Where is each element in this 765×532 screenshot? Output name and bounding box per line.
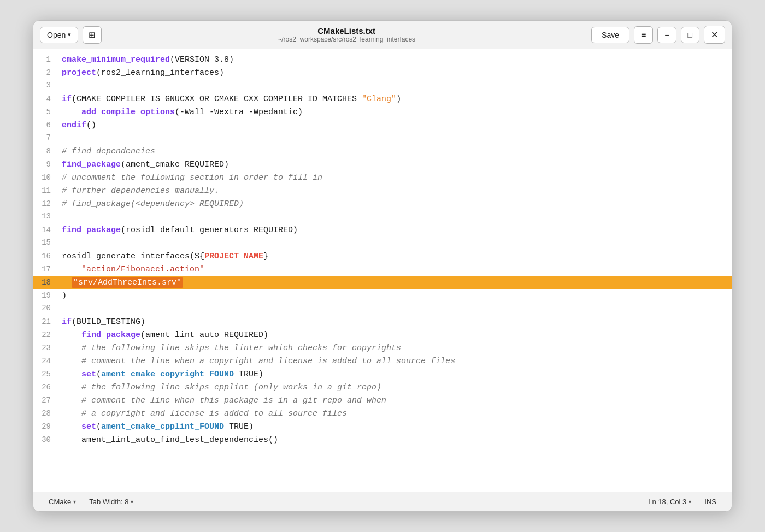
code-container[interactable]: 1cmake_minimum_required(VERSION 3.8)2pro… (33, 49, 732, 492)
line-content[interactable]: add_compile_options(-Wall -Wextra -Wpeda… (57, 106, 732, 119)
main-window: Open ▾ ⊞ CMakeLists.txt ~/ros2_workspace… (33, 20, 732, 512)
line-number: 12 (33, 198, 57, 210)
line-content[interactable]: # further dependencies manually. (57, 185, 732, 197)
line-content[interactable]: find_package(rosidl_default_generators R… (57, 224, 732, 237)
line-content[interactable]: # a copyright and license is added to al… (57, 407, 732, 420)
line-number: 3 (33, 80, 57, 92)
line-content[interactable]: # comment the line when a copyright and … (57, 355, 732, 368)
table-row: 16rosidl_generate_interfaces(${PROJECT_N… (33, 250, 732, 263)
line-content[interactable]: # comment the line when this package is … (57, 394, 732, 407)
line-number: 21 (33, 316, 57, 328)
line-number: 20 (33, 303, 57, 315)
cursor-label: Ln 18, Col 3 (648, 498, 686, 506)
line-content[interactable]: set(ament_cmake_copyright_FOUND TRUE) (57, 368, 732, 381)
titlebar-center: CMakeLists.txt ~/ros2_workspace/src/ros2… (106, 26, 587, 43)
line-content[interactable]: set(ament_cmake_cpplint_FOUND TRUE) (57, 421, 732, 433)
line-content[interactable]: # find_package(<dependency> REQUIRED) (57, 198, 732, 210)
close-button[interactable]: ✕ (704, 26, 725, 44)
table-row: 9find_package(ament_cmake REQUIRED) (33, 158, 732, 172)
line-content[interactable]: # the following line skips the linter wh… (57, 342, 732, 354)
window-title: CMakeLists.txt (317, 26, 375, 36)
line-number: 27 (33, 395, 57, 407)
table-row: 5 add_compile_options(-Wall -Wextra -Wpe… (33, 106, 732, 119)
table-row: 11# further dependencies manually. (33, 185, 732, 198)
titlebar-left: Open ▾ ⊞ (40, 26, 102, 44)
line-number: 2 (33, 67, 57, 79)
line-number: 22 (33, 329, 57, 341)
table-row: 21if(BUILD_TESTING) (33, 316, 732, 329)
table-row: 19) (33, 289, 732, 303)
table-row: 26 # the following line skips cpplint (o… (33, 381, 732, 394)
pin-button[interactable]: ⊞ (83, 26, 102, 44)
line-number: 7 (33, 132, 57, 144)
menu-button[interactable]: ≡ (634, 26, 653, 44)
table-row: 14find_package(rosidl_default_generators… (33, 224, 732, 237)
line-content[interactable]: "srv/AddThreeInts.srv" (57, 276, 732, 289)
line-number: 25 (33, 369, 57, 381)
open-button[interactable]: Open ▾ (40, 27, 78, 43)
line-number: 15 (33, 237, 57, 249)
line-content[interactable]: cmake_minimum_required(VERSION 3.8) (57, 54, 732, 66)
line-number: 17 (33, 264, 57, 276)
table-row: 22 find_package(ament_lint_auto REQUIRED… (33, 329, 732, 342)
table-row: 15 (33, 237, 732, 250)
line-number: 19 (33, 290, 57, 302)
tab-width-selector[interactable]: Tab Width: 8 ▾ (83, 498, 140, 506)
editor-area[interactable]: 1cmake_minimum_required(VERSION 3.8)2pro… (33, 49, 732, 492)
chevron-down-icon: ▾ (68, 31, 71, 38)
line-content[interactable]: if(BUILD_TESTING) (57, 316, 732, 328)
line-number: 5 (33, 107, 57, 119)
table-row: 23 # the following line skips the linter… (33, 342, 732, 355)
line-number: 10 (33, 172, 57, 184)
line-number: 28 (33, 408, 57, 420)
maximize-button[interactable]: □ (681, 27, 699, 43)
line-content[interactable]: "action/Fibonacci.action" (57, 263, 732, 276)
table-row: 30 ament_lint_auto_find_test_dependencie… (33, 434, 732, 447)
tab-width-label: Tab Width: 8 (89, 498, 128, 506)
line-content[interactable]: # uncomment the following section in ord… (57, 172, 732, 184)
line-number: 6 (33, 120, 57, 132)
titlebar-right: Save ≡ − □ ✕ (591, 26, 725, 44)
language-selector[interactable]: CMake ▾ (42, 498, 83, 506)
line-content[interactable]: rosidl_generate_interfaces(${PROJECT_NAM… (57, 250, 732, 263)
line-number: 14 (33, 224, 57, 237)
table-row: 7 (33, 132, 732, 145)
line-content[interactable]: project(ros2_learning_interfaces) (57, 67, 732, 79)
table-row: 4if(CMAKE_COMPILER_IS_GNUCXX OR CMAKE_CX… (33, 93, 732, 106)
save-button[interactable]: Save (591, 27, 629, 43)
line-content[interactable]: # find dependencies (57, 145, 732, 158)
line-number: 29 (33, 421, 57, 433)
titlebar: Open ▾ ⊞ CMakeLists.txt ~/ros2_workspace… (33, 21, 732, 49)
table-row: 3 (33, 80, 732, 93)
line-content[interactable]: find_package(ament_cmake REQUIRED) (57, 158, 732, 171)
table-row: 10# uncomment the following section in o… (33, 172, 732, 185)
table-row: 1cmake_minimum_required(VERSION 3.8) (33, 54, 732, 67)
line-number: 18 (33, 277, 57, 289)
line-content[interactable]: # the following line skips cpplint (only… (57, 381, 732, 394)
pin-icon: ⊞ (89, 30, 96, 39)
line-number: 8 (33, 146, 57, 158)
line-number: 13 (33, 211, 57, 223)
line-number: 11 (33, 185, 57, 197)
line-content[interactable]: endif() (57, 119, 732, 132)
cursor-position[interactable]: Ln 18, Col 3 ▾ (642, 498, 698, 506)
mode-label: INS (704, 498, 716, 506)
table-row: 17 "action/Fibonacci.action" (33, 263, 732, 276)
line-content[interactable]: ament_lint_auto_find_test_dependencies() (57, 434, 732, 446)
table-row: 8# find dependencies (33, 145, 732, 158)
line-content[interactable]: ) (57, 289, 732, 302)
line-content[interactable]: find_package(ament_lint_auto REQUIRED) (57, 329, 732, 341)
line-number: 23 (33, 342, 57, 354)
line-content[interactable]: if(CMAKE_COMPILER_IS_GNUCXX OR CMAKE_CXX… (57, 93, 732, 105)
insert-mode[interactable]: INS (698, 498, 723, 506)
table-row: 12# find_package(<dependency> REQUIRED) (33, 198, 732, 211)
table-row: 24 # comment the line when a copyright a… (33, 355, 732, 368)
statusbar: CMake ▾ Tab Width: 8 ▾ Ln 18, Col 3 ▾ IN… (33, 492, 732, 511)
line-number: 26 (33, 382, 57, 394)
table-row: 28 # a copyright and license is added to… (33, 407, 732, 421)
table-row: 2project(ros2_learning_interfaces) (33, 67, 732, 80)
minimize-button[interactable]: − (657, 27, 676, 43)
language-label: CMake (49, 498, 71, 506)
statusbar-right: Ln 18, Col 3 ▾ INS (642, 498, 723, 506)
table-row: 20 (33, 303, 732, 316)
